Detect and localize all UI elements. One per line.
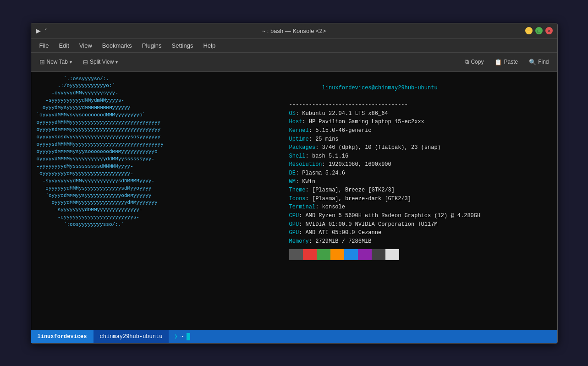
cpu-label: CPU xyxy=(289,213,299,219)
shell-label: Shell xyxy=(289,153,306,159)
packages-line: Packages: 3746 (dpkg), 10 (flatpak), 23 … xyxy=(289,143,552,152)
gpu1-value: : NVIDIA 01:00.0 NVIDIA Corporation TU11… xyxy=(299,221,437,228)
menu-bookmarks[interactable]: Bookmarks xyxy=(98,40,137,51)
terminal-body[interactable]: `.:ossyyyyso/:. .:/oyyyyyyyyyyyyo:` -oyy… xyxy=(31,72,557,343)
menu-plugins[interactable]: Plugins xyxy=(137,40,166,51)
new-tab-label: New Tab xyxy=(47,59,68,65)
color-block xyxy=(303,249,317,260)
menu-view[interactable]: View xyxy=(75,40,97,51)
menu-help[interactable]: Help xyxy=(198,40,220,51)
path-text: ~ xyxy=(181,333,184,340)
menubar: File Edit View Bookmarks Plugins Setting… xyxy=(31,39,557,53)
icons-label: Icons xyxy=(289,196,306,202)
icons-value: : [Plasma], breeze-dark [GTK2/3] xyxy=(306,196,411,202)
kernel-line: Kernel: 5.15.0-46-generic xyxy=(289,126,552,135)
cpu-value: : AMD Ryzen 5 5600H with Radeon Graphics… xyxy=(299,213,480,219)
copy-label: Copy xyxy=(471,59,484,65)
gpu2-line: GPU: AMD ATI 05:00.0 Cezanne xyxy=(289,229,552,237)
status-bar: linuxfordevices chinmay29hub-ubuntu ❯ ~ xyxy=(31,330,557,343)
host-value: : HP Pavilion Gaming Laptop 15-ec2xxx xyxy=(302,119,424,125)
terminal-icon: ▶ xyxy=(36,27,41,34)
wm-value: : KWin xyxy=(296,179,315,185)
packages-label: Packages xyxy=(289,144,316,151)
de-value: : Plasma 5.24.6 xyxy=(296,170,345,176)
color-block xyxy=(358,249,372,260)
new-tab-icon: ⊞ xyxy=(39,58,45,66)
uptime-line: Uptime: 25 mins xyxy=(289,135,552,144)
neofetch-ascii: `.:ossyyyyso/:. .:/oyyyyyyyyyyyyo:` -oyy… xyxy=(37,76,278,229)
new-tab-chevron-icon[interactable]: ▾ xyxy=(70,60,72,65)
theme-label: Theme xyxy=(289,187,306,193)
color-block xyxy=(344,249,358,260)
uptime-label: Uptime xyxy=(289,136,309,142)
minimize-button[interactable]: − xyxy=(525,27,533,34)
sysinfo-panel: linuxfordevices@chinmay29hub-ubuntu ----… xyxy=(284,72,557,330)
find-icon: 🔍 xyxy=(529,59,536,66)
path-arrow-icon: ❯ xyxy=(174,333,177,340)
menu-file[interactable]: File xyxy=(35,40,54,51)
user-host-line: linuxfordevices@chinmay29hub-ubuntu xyxy=(289,76,552,101)
os-value: : Kubuntu 22.04.1 LTS x86_64 xyxy=(296,110,388,117)
terminal-content: `.:ossyyyyso/:. .:/oyyyyyyyyyyyyo:` -oyy… xyxy=(31,72,557,330)
menu-settings[interactable]: Settings xyxy=(167,40,198,51)
os-label: OS xyxy=(289,110,296,117)
find-label: Find xyxy=(538,59,549,65)
resolution-value: : 1920x1080, 1600x900 xyxy=(322,161,391,168)
kernel-value: : 5.15.0-46-generic xyxy=(309,127,372,134)
terminal-label: Terminal xyxy=(289,204,316,210)
split-view-label: Split View xyxy=(90,59,114,65)
split-view-chevron-icon[interactable]: ▾ xyxy=(115,60,118,65)
konsole-window: ▶ ˅ ~ : bash — Konsole <2> − □ ✕ File Ed… xyxy=(31,23,558,344)
color-block xyxy=(317,249,330,260)
resolution-line: Resolution: 1920x1080, 1600x900 xyxy=(289,160,552,169)
new-tab-button[interactable]: ⊞ New Tab ▾ xyxy=(35,56,77,68)
status-user: linuxfordevices xyxy=(31,330,93,343)
cpu-line: CPU: AMD Ryzen 5 5600H with Radeon Graph… xyxy=(289,212,552,220)
gpu1-label: GPU xyxy=(289,221,299,228)
paste-button[interactable]: 📋 Paste xyxy=(490,56,522,68)
wm-label: WM xyxy=(289,179,296,185)
separator-line: ------------------------------------ xyxy=(289,101,552,109)
close-button[interactable]: ✕ xyxy=(545,27,553,34)
status-host: chinmay29hub-ubuntu xyxy=(93,330,169,343)
uptime-value: : 25 mins xyxy=(309,136,339,142)
color-block xyxy=(289,249,303,260)
theme-line: Theme: [Plasma], Breeze [GTK2/3] xyxy=(289,186,552,195)
icons-line: Icons: [Plasma], breeze-dark [GTK2/3] xyxy=(289,195,552,203)
shell-value: : bash 5.1.16 xyxy=(306,153,349,159)
paste-icon: 📋 xyxy=(495,59,502,66)
split-view-icon: ⊟ xyxy=(83,59,88,66)
color-block xyxy=(385,249,399,260)
toolbar: ⊞ New Tab ▾ ⊟ Split View ▾ ⧉ Copy 📋 Past… xyxy=(31,53,557,72)
resolution-label: Resolution xyxy=(289,161,322,168)
maximize-button[interactable]: □ xyxy=(535,27,543,34)
find-button[interactable]: 🔍 Find xyxy=(524,56,553,68)
split-view-button[interactable]: ⊟ Split View ▾ xyxy=(78,56,122,68)
cursor xyxy=(187,333,190,340)
kernel-label: Kernel xyxy=(289,127,309,134)
gpu2-value: : AMD ATI 05:00.0 Cezanne xyxy=(299,229,381,236)
titlebar-chevron[interactable]: ˅ xyxy=(44,28,47,34)
de-label: DE xyxy=(289,170,296,176)
memory-label: Memory xyxy=(289,238,309,245)
paste-label: Paste xyxy=(504,59,518,65)
copy-button[interactable]: ⧉ Copy xyxy=(460,56,488,68)
user-host-text: linuxfordevices@chinmay29hub-ubuntu xyxy=(322,85,438,91)
color-blocks xyxy=(289,249,552,260)
memory-line: Memory: 2729MiB / 7286MiB xyxy=(289,237,552,246)
os-line: OS: Kubuntu 22.04.1 LTS x86_64 xyxy=(289,109,552,118)
status-path: ❯ ~ xyxy=(169,330,195,343)
menu-edit[interactable]: Edit xyxy=(54,40,73,51)
host-line: Host: HP Pavilion Gaming Laptop 15-ec2xx… xyxy=(289,118,552,126)
memory-value: : 2729MiB / 7286MiB xyxy=(309,238,372,245)
color-block xyxy=(330,249,344,260)
gpu2-label: GPU xyxy=(289,229,299,236)
titlebar: ▶ ˅ ~ : bash — Konsole <2> − □ ✕ xyxy=(31,23,557,39)
window-title: ~ : bash — Konsole <2> xyxy=(262,27,326,34)
ascii-art-panel: `.:ossyyyyso/:. .:/oyyyyyyyyyyyyo:` -oyy… xyxy=(31,72,284,330)
packages-value: : 3746 (dpkg), 10 (flatpak), 23 (snap) xyxy=(315,144,441,151)
theme-value: : [Plasma], Breeze [GTK2/3] xyxy=(306,187,395,193)
color-block xyxy=(372,249,385,260)
terminal-value: : konsole xyxy=(315,204,345,210)
gpu1-line: GPU: NVIDIA 01:00.0 NVIDIA Corporation T… xyxy=(289,220,552,229)
